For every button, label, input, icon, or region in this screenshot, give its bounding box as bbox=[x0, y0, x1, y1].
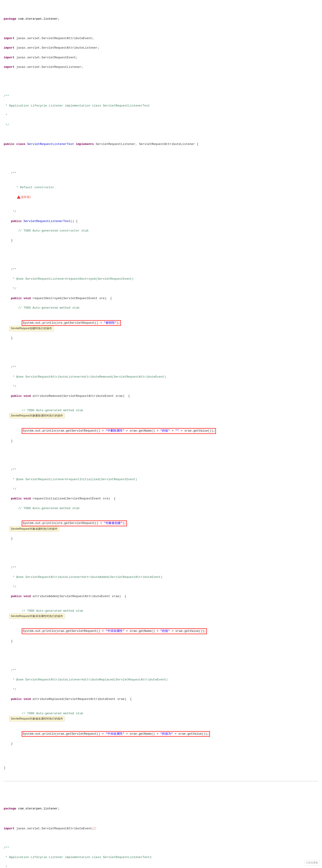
line-jdoc11: * @see ServletRequestAttributeListener#a… bbox=[4, 375, 318, 379]
line-attr-removed-body: System.out.println(srae.getServletReques… bbox=[4, 423, 318, 434]
arrow-up-icon-1 bbox=[17, 195, 21, 199]
line-jdoc10: /** bbox=[4, 365, 318, 370]
line-jdoc17: * @see ServletRequestAttributeListener#a… bbox=[4, 575, 318, 580]
line-class1-close: } bbox=[4, 766, 318, 771]
line-jdoc23: * Application Lifecycle Listener impleme… bbox=[4, 855, 318, 860]
line-attr-removed-comment: // TODO Auto-generated method stub Servl… bbox=[4, 404, 318, 418]
line-blank8 bbox=[4, 649, 318, 654]
line-blank10 bbox=[4, 797, 318, 802]
line-import2: import javax.servlet.ServletRequestAttri… bbox=[4, 45, 318, 51]
annotation-destroyed: ServletRequest创建时执行的操作 bbox=[9, 326, 53, 331]
line-jdoc13: /** bbox=[4, 467, 318, 472]
line-blank bbox=[4, 26, 318, 31]
line-attr-added-close: } bbox=[4, 639, 318, 644]
line-req-init-close: } bbox=[4, 536, 318, 541]
highlighted-destroyed: System.out.println(sre.getServletRequest… bbox=[22, 320, 121, 326]
line-jdoc7: /** bbox=[4, 267, 318, 272]
annotation-initialized: ServletRequest对象创建时执行的操作 bbox=[9, 526, 59, 532]
highlighted-removed: System.out.println(srae.getServletReques… bbox=[22, 428, 216, 434]
line-constructor-close: } bbox=[4, 238, 318, 243]
line-jdoc4: */ bbox=[4, 123, 318, 128]
line-jdoc9: */ bbox=[4, 286, 318, 291]
line-req-destroyed-decl: public void requestDestroyed(ServletRequ… bbox=[4, 296, 318, 301]
line-blank3 bbox=[4, 152, 318, 156]
line-req-destroyed-close: } bbox=[4, 336, 318, 341]
line-attr-removed-decl: public void attributeRemoved(ServletRequ… bbox=[4, 394, 318, 399]
line-blank6 bbox=[4, 448, 318, 453]
line-attr-replaced-decl: public void attributeReplaced(ServletReq… bbox=[4, 697, 318, 702]
line-jdoc1: /** bbox=[4, 94, 318, 99]
line-req-init-body: System.out.println(sre.getServletRequest… bbox=[4, 516, 318, 532]
line-attr-added-body: System.out.println(srae.getServletReques… bbox=[4, 624, 318, 634]
line-jdoc16: /** bbox=[4, 565, 318, 570]
line-constructor-comment: * Default constructor. 监听器1 bbox=[4, 180, 318, 205]
annotation-removed-top: ServletRequest对象删除属性时执行的操作 bbox=[9, 413, 65, 418]
line-blank12 bbox=[4, 836, 318, 841]
highlighted-initialized: System.out.println(sre.getServletRequest… bbox=[22, 521, 127, 526]
line-jdoc14: * @see ServletRequestListener#requestIni… bbox=[4, 477, 318, 482]
line-import3: import javax.servlet.ServletRequestEvent… bbox=[4, 55, 318, 60]
annotation-added-top: ServletRequest对象添加属性时执行的操作 bbox=[9, 614, 65, 619]
line-jdoc5: /** bbox=[4, 171, 318, 176]
highlighted-added: System.out.println(srae.getServletReques… bbox=[22, 628, 207, 634]
highlighted-replaced: System.out.println(srae.getServletReques… bbox=[22, 731, 210, 737]
line-attr-removed-close: } bbox=[4, 439, 318, 444]
line-jdoc15: */ bbox=[4, 487, 318, 492]
annotation-replaced-top: ServletRequest对象修改属性时执行的操作 bbox=[9, 716, 65, 721]
code-editor: package com.sterarpen.listener; import j… bbox=[0, 0, 322, 868]
line-jdoc12: */ bbox=[4, 384, 318, 389]
line-jdoc2: * Application Lifecycle Listener impleme… bbox=[4, 103, 318, 108]
line-jdoc6: */ bbox=[4, 209, 318, 214]
line-constructor-body: // TODO Auto-generated constructor stub bbox=[4, 228, 318, 234]
csdn-watermark: CSDN博客 bbox=[304, 860, 320, 866]
line-blank4 bbox=[4, 248, 318, 253]
line-package2: package com.sterarpen.listener; bbox=[4, 806, 318, 811]
line-req-destroyed-body: System.out.println(sre.getServletRequest… bbox=[4, 315, 318, 331]
line-attr-replaced-close: } bbox=[4, 742, 318, 746]
arrow-label-1: 监听器1 bbox=[21, 195, 31, 199]
line-attr-replaced-body: System.out.println(srae.getServletReques… bbox=[4, 726, 318, 737]
line-blank11 bbox=[4, 816, 318, 821]
class-decl1: public class ServletRequestListenerTest … bbox=[4, 142, 318, 147]
line-req-destroyed-comment: // TODO Auto-generated method stub bbox=[4, 306, 318, 310]
line-jdoc24: * bbox=[4, 865, 318, 868]
line-jdoc19: /** bbox=[4, 668, 318, 673]
line-jdoc18: */ bbox=[4, 585, 318, 589]
line-jdoc3: * bbox=[4, 113, 318, 118]
line-import4: import javax.servlet.ServletRequestListe… bbox=[4, 65, 318, 70]
line-jdoc20: * @see ServletRequestAttributeListener#a… bbox=[4, 678, 318, 682]
line-attr-added-comment: // TODO Auto-generated method stub Servl… bbox=[4, 604, 318, 619]
line-blank7 bbox=[4, 546, 318, 551]
line-req-init-comment: // TODO Auto-generated method stub bbox=[4, 506, 318, 511]
line-import5: import javax.servlet.ServletRequestAttri… bbox=[4, 826, 318, 831]
line-attr-added-decl: public void attributeAdded(ServletReques… bbox=[4, 594, 318, 599]
line-jdoc21: */ bbox=[4, 687, 318, 692]
line-import1: import javax.servlet.ServletRequestAttri… bbox=[4, 36, 318, 41]
line-blank9 bbox=[4, 751, 318, 756]
line-jdoc22: /** bbox=[4, 845, 318, 850]
line-attr-replaced-comment: // TODO Auto-generated method stub Servl… bbox=[4, 706, 318, 721]
line-jdoc8: * @see ServletRequestListener#requestDes… bbox=[4, 277, 318, 282]
line-blank2 bbox=[4, 74, 318, 80]
line-package1: package com.sterarpen.listener; bbox=[4, 17, 318, 22]
section-divider-1 bbox=[4, 781, 318, 781]
line-blank5 bbox=[4, 346, 318, 350]
line-req-init-decl: public void requestInitialized(ServletRe… bbox=[4, 496, 318, 501]
line-constructor-decl: public ServletRequestListenerTest() { bbox=[4, 219, 318, 224]
